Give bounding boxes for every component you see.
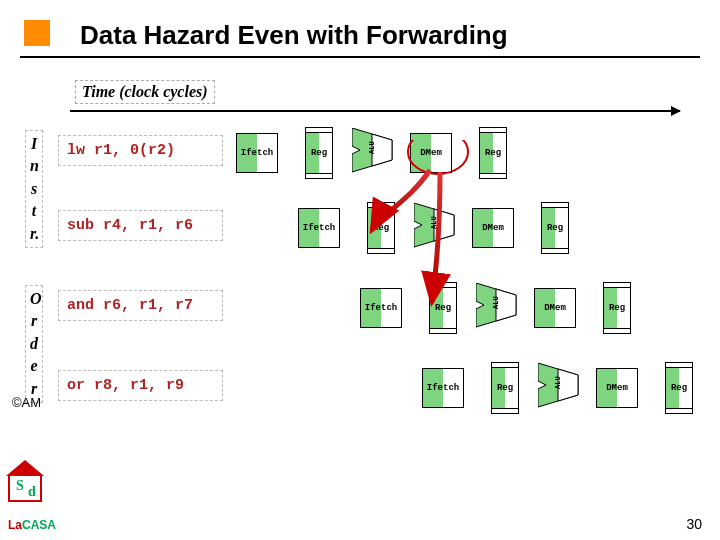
stage-dmem: DMem <box>472 208 514 248</box>
stage-alu-icon <box>476 283 522 333</box>
stage-reg: Reg <box>491 366 519 410</box>
lacasa-logo: S d <box>8 474 44 510</box>
time-axis-label: Time (clock cycles) <box>75 80 215 104</box>
instruction-3: or r8, r1, r9 <box>58 370 223 401</box>
title-underline <box>20 56 700 58</box>
stage-ifetch: Ifetch <box>360 288 402 328</box>
stage-reg-wb: Reg <box>665 366 693 410</box>
stage-ifetch: Ifetch <box>422 368 464 408</box>
pipeline-row-2: Ifetch Reg DMem Reg <box>352 283 650 333</box>
stage-ifetch: Ifetch <box>236 133 278 173</box>
stage-dmem: DMem <box>596 368 638 408</box>
stage-alu-icon <box>352 128 398 178</box>
lacasa-text: LaCASA <box>8 518 56 532</box>
order-column-label: O r d e r <box>25 285 43 403</box>
slide-title: Data Hazard Even with Forwarding <box>80 20 508 51</box>
stage-reg: Reg <box>429 286 457 330</box>
stage-ifetch: Ifetch <box>298 208 340 248</box>
stage-dmem: DMem <box>534 288 576 328</box>
stage-reg-wb: Reg <box>541 206 569 250</box>
pipeline-row-3: Ifetch Reg DMem Reg <box>414 363 712 413</box>
stage-reg-wb: Reg <box>479 131 507 175</box>
stage-alu-icon <box>538 363 584 413</box>
instruction-2: and r6, r1, r7 <box>58 290 223 321</box>
page-number: 30 <box>686 516 702 532</box>
time-axis-arrow <box>70 110 680 112</box>
stage-reg-wb: Reg <box>603 286 631 330</box>
instruction-0: lw r1, 0(r2) <box>58 135 223 166</box>
instr-column-label: I n s t r. <box>25 130 43 248</box>
stage-dmem: DMem <box>410 133 452 173</box>
stage-alu-icon <box>414 203 460 253</box>
stage-reg: Reg <box>367 206 395 250</box>
instruction-1: sub r4, r1, r6 <box>58 210 223 241</box>
title-accent-box <box>24 20 50 46</box>
copyright-label: ©AM <box>12 395 41 410</box>
stage-reg: Reg <box>305 131 333 175</box>
pipeline-row-0: Ifetch Reg DMem Reg <box>228 128 526 178</box>
pipeline-row-1: Ifetch Reg DMem Reg <box>290 203 588 253</box>
